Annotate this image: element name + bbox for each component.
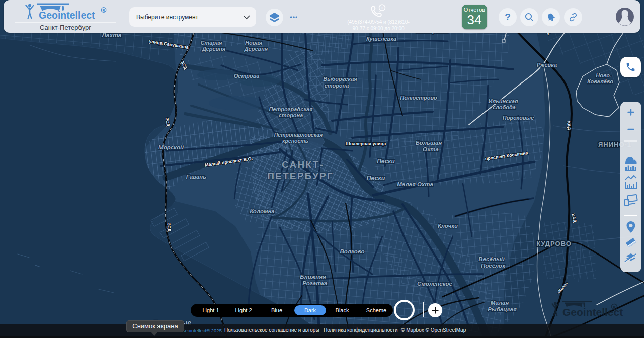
svg-text:Клочки: Клочки	[438, 223, 458, 229]
svg-text:Geointellect: Geointellect	[39, 10, 95, 21]
svg-text:Деревня: Деревня	[244, 46, 268, 52]
svg-text:ПЕТЕРБУРГ: ПЕТЕРБУРГ	[267, 171, 334, 181]
svg-text:Коломна: Коломна	[250, 208, 275, 214]
svg-text:Пески: Пески	[377, 158, 395, 165]
svg-text:Охта: Охта	[423, 146, 439, 152]
svg-text:Большая: Большая	[416, 140, 442, 146]
svg-text:Весёлый: Весёлый	[478, 256, 505, 262]
svg-text:Гавань: Гавань	[186, 174, 206, 180]
svg-text:Пороховые: Пороховые	[503, 115, 534, 121]
svg-text:крепость: крепость	[282, 138, 308, 144]
svg-text:Петропавловская: Петропавловская	[274, 132, 323, 138]
svg-text:Острова: Острова	[234, 73, 260, 79]
svg-text:Старая: Старая	[200, 40, 222, 46]
svg-text:Малая: Малая	[491, 300, 509, 306]
svg-text:Малая Охта: Малая Охта	[397, 181, 433, 187]
svg-text:КУДРОВО: КУДРОВО	[536, 240, 572, 247]
svg-text:Морской: Морской	[158, 144, 184, 150]
svg-text:сторона: сторона	[325, 82, 349, 89]
svg-text:Ковалёво: Ковалёво	[587, 78, 613, 84]
svg-text:Выборгская: Выборгская	[323, 76, 357, 82]
svg-text:Деревня: Деревня	[202, 46, 226, 52]
svg-text:Лахта: Лахта	[101, 32, 121, 39]
svg-text:Полюстрово: Полюстрово	[400, 95, 437, 101]
svg-text:Ближняя: Ближняя	[300, 274, 326, 280]
svg-text:сторона: сторона	[279, 112, 303, 118]
svg-text:слобода: слобода	[493, 104, 516, 110]
svg-text:САНКТ-: САНКТ-	[282, 159, 324, 170]
svg-text:Пески: Пески	[366, 175, 385, 182]
svg-text:Смоленское: Смоленское	[417, 281, 452, 287]
svg-text:Ильинская: Ильинская	[488, 98, 518, 104]
svg-text:КАД: КАД	[566, 121, 572, 130]
svg-text:Ново-: Ново-	[596, 72, 612, 78]
svg-text:Рыбацкая: Рыбацкая	[488, 306, 517, 312]
svg-text:Петроградская: Петроградская	[269, 106, 313, 112]
svg-text:ЗСД: ЗСД	[167, 223, 172, 232]
svg-text:i: i	[381, 5, 382, 10]
svg-text:Ржевка: Ржевка	[537, 62, 557, 68]
svg-text:Рогатка: Рогатка	[302, 280, 328, 286]
svg-text:Шпалерная улица: Шпалерная улица	[346, 141, 387, 146]
svg-text:R: R	[102, 9, 105, 12]
svg-text:Новая: Новая	[245, 40, 262, 46]
svg-text:Кушелевка: Кушелевка	[366, 36, 396, 42]
svg-text:Волково: Волково	[340, 248, 364, 255]
svg-text:R: R	[613, 305, 616, 310]
svg-text:Посёлок: Посёлок	[481, 263, 506, 269]
